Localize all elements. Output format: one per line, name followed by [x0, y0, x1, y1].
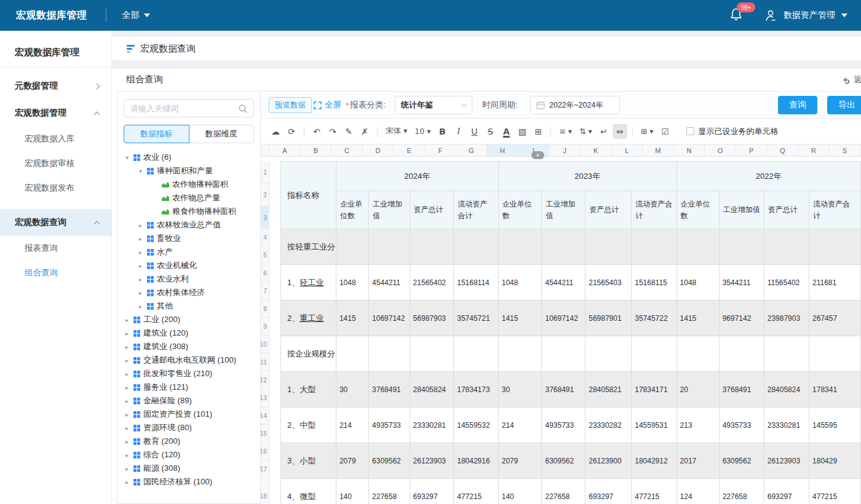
caret-icon[interactable] — [124, 330, 130, 337]
strikethrough-icon[interactable]: S — [483, 124, 498, 139]
data-cell[interactable]: 26123900 — [585, 443, 632, 479]
row-number[interactable]: 5 — [261, 246, 269, 264]
column-header[interactable]: S — [830, 144, 861, 156]
data-cell[interactable]: 693297 — [585, 479, 632, 504]
caret-icon[interactable] — [124, 317, 130, 323]
data-cell[interactable]: 3768491 — [542, 372, 585, 408]
font-family-select[interactable]: 宋体 ▾ — [383, 124, 410, 139]
column-header[interactable]: D — [363, 144, 394, 156]
column-header[interactable]: O — [705, 144, 736, 156]
tree-item[interactable]: 能源 (308) — [117, 462, 260, 475]
row-number[interactable]: 17 — [261, 460, 269, 478]
data-cell[interactable]: 35745722 — [632, 301, 676, 336]
data-cell[interactable]: 4935733 — [369, 408, 410, 443]
tree-item[interactable]: 农业机械化 — [117, 259, 260, 272]
data-cell[interactable]: 145595 — [809, 408, 861, 443]
row-number[interactable]: 4 — [261, 229, 269, 246]
row-number[interactable]: 3 — [261, 207, 269, 229]
data-cell[interactable] — [498, 229, 542, 265]
tree-tab[interactable]: 数据指标 — [124, 125, 189, 143]
caret-icon[interactable] — [137, 222, 144, 229]
caret-icon[interactable] — [124, 438, 130, 445]
sidebar-item[interactable]: 元数据管理 — [0, 73, 111, 100]
data-cell[interactable]: 140 — [336, 479, 368, 504]
data-cell[interactable]: 28405824 — [764, 372, 809, 408]
checkbox-icon[interactable] — [686, 127, 694, 135]
tree-item[interactable]: 水产 — [117, 245, 260, 259]
font-size-select[interactable]: 10 ▾ — [411, 124, 434, 139]
period-input[interactable]: 2022年~2024年 — [530, 96, 620, 114]
indicator-link-cell[interactable]: 2、重工业 — [281, 301, 336, 336]
data-cell[interactable]: 15168114 — [454, 265, 498, 301]
fill-color-icon[interactable]: ▧ — [515, 124, 530, 139]
data-cell[interactable]: 227658 — [542, 479, 585, 504]
conditional-format-icon[interactable]: ☑ — [658, 124, 673, 139]
sidebar-item[interactable]: 宏观数据发布 — [0, 176, 111, 200]
row-number[interactable]: 1 — [261, 161, 269, 184]
data-cell[interactable]: 2079 — [498, 443, 542, 479]
indicator-link-cell[interactable]: 1、轻工业 — [281, 265, 336, 301]
data-cell[interactable] — [410, 229, 454, 265]
data-cell[interactable]: 4544211 — [369, 265, 410, 301]
data-cell[interactable]: 20 — [676, 372, 719, 408]
tree-item[interactable]: 建筑业 (120) — [117, 326, 260, 340]
add-column-button[interactable]: + — [531, 151, 544, 159]
column-header[interactable]: C — [331, 144, 363, 156]
row-number[interactable]: 13 — [261, 389, 269, 407]
data-cell[interactable]: 23330282 — [585, 408, 632, 443]
show-business-cells-checkbox[interactable]: 显示已设业务的单元格 — [686, 126, 779, 137]
sidebar-item[interactable]: 宏观数据查询 — [0, 209, 111, 236]
data-cell[interactable]: 1415 — [498, 301, 542, 336]
data-cell[interactable] — [585, 229, 632, 265]
data-cell[interactable]: 180429 — [809, 443, 861, 479]
tree-item[interactable]: 农业水利 — [117, 272, 260, 286]
caret-icon[interactable] — [124, 384, 130, 391]
clear-format-icon[interactable]: ✗ — [357, 124, 372, 139]
data-cell[interactable] — [809, 336, 861, 372]
data-cell[interactable]: 35745721 — [454, 301, 498, 336]
data-cell[interactable] — [498, 336, 542, 372]
caret-icon[interactable] — [137, 303, 144, 310]
row-number[interactable]: 6 — [261, 264, 269, 282]
data-cell[interactable]: 1048 — [498, 265, 542, 301]
indicator-label-cell[interactable]: 1、大型 — [281, 372, 336, 408]
refresh-icon[interactable]: ⟳ — [284, 124, 299, 139]
data-cell[interactable]: 26123903 — [764, 443, 809, 479]
caret-icon[interactable] — [124, 357, 130, 364]
search-icon[interactable] — [238, 104, 248, 114]
caret-icon[interactable] — [124, 154, 130, 161]
column-header[interactable]: F — [425, 144, 456, 156]
data-cell[interactable]: 477215 — [454, 479, 498, 504]
indicator-label-cell[interactable]: 2、中型 — [281, 408, 336, 443]
sidebar-item[interactable]: 宏观数据管理 — [0, 100, 111, 127]
data-cell[interactable]: 1048 — [336, 265, 368, 301]
tree-item[interactable]: 工业 (200) — [117, 313, 260, 326]
row-number[interactable]: 15 — [261, 425, 269, 443]
indicator-label-cell[interactable]: 按企业规模分 — [281, 336, 336, 372]
column-header[interactable]: B — [301, 144, 332, 156]
caret-icon[interactable] — [124, 425, 130, 431]
data-cell[interactable] — [632, 229, 676, 265]
sheet-corner[interactable] — [261, 144, 269, 156]
column-header[interactable]: E — [394, 144, 425, 156]
account-dropdown[interactable]: 数据资产管理 — [764, 9, 847, 22]
data-cell[interactable]: 26123903 — [410, 443, 454, 479]
merge-cells-icon[interactable]: ⇔ — [613, 124, 627, 139]
data-cell[interactable]: 211681 — [809, 265, 861, 301]
fullscreen-button[interactable]: 全屏 — [314, 92, 341, 119]
tree-item[interactable]: 播种面积和产量 — [117, 164, 260, 178]
caret-icon[interactable] — [124, 479, 130, 486]
tree-item[interactable]: 国民经济核算 (100) — [117, 475, 260, 489]
undo-icon[interactable]: ↶ — [309, 124, 324, 139]
align-select[interactable]: ≡ ▾ — [556, 124, 575, 139]
data-cell[interactable]: 3768491 — [369, 372, 410, 408]
tree-item[interactable]: 农作物播种面积 — [117, 178, 260, 191]
sidebar-item[interactable]: 宏观数据审核 — [0, 151, 111, 176]
tree-tab[interactable]: 数据维度 — [189, 125, 255, 143]
data-cell[interactable]: 693297 — [764, 479, 809, 504]
column-header[interactable]: L — [612, 144, 643, 156]
data-cell[interactable]: 1415 — [676, 301, 719, 336]
data-cell[interactable]: 23987903 — [764, 301, 809, 336]
caret-icon[interactable] — [137, 235, 144, 242]
data-cell[interactable]: 3544211 — [719, 265, 764, 301]
